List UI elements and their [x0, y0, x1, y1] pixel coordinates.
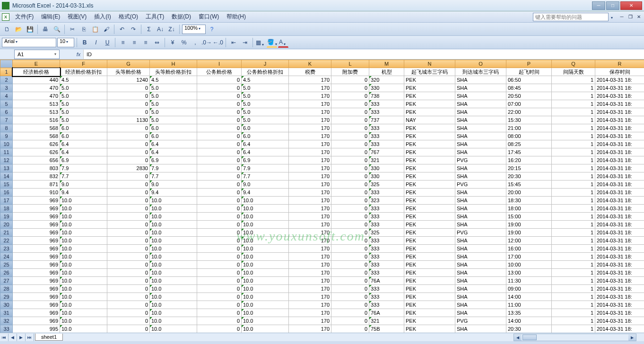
- open-icon[interactable]: 📂: [13, 24, 24, 34]
- cell[interactable]: PEK: [404, 84, 455, 92]
- row-header[interactable]: 33: [0, 325, 13, 333]
- cell[interactable]: 6.4: [242, 140, 289, 148]
- cell[interactable]: PEK: [404, 100, 455, 108]
- cell[interactable]: 6.0: [242, 132, 289, 140]
- cell[interactable]: 10.0: [150, 285, 197, 293]
- cell[interactable]: 9.0: [60, 181, 107, 189]
- row-header[interactable]: 13: [0, 164, 13, 172]
- cell[interactable]: 20:30: [506, 325, 552, 333]
- cell[interactable]: 1: [552, 140, 595, 148]
- cell[interactable]: 2014-03-31 18:: [595, 237, 644, 245]
- cell[interactable]: 2014-03-31 18:: [595, 189, 644, 197]
- cell[interactable]: SHA: [455, 301, 506, 309]
- cell[interactable]: PEK: [404, 229, 455, 237]
- row-header[interactable]: 16: [0, 189, 13, 197]
- cell[interactable]: 1: [552, 269, 595, 277]
- cell[interactable]: 170: [289, 213, 331, 221]
- cell[interactable]: 5.0: [60, 108, 107, 116]
- cell[interactable]: 10.0: [60, 245, 107, 253]
- cell[interactable]: 0: [197, 124, 242, 132]
- cell[interactable]: 5.0: [242, 116, 289, 124]
- cell[interactable]: 2014-03-31 18:: [595, 245, 644, 253]
- cell[interactable]: SHA: [455, 92, 506, 100]
- cell[interactable]: 626: [13, 148, 60, 156]
- row-header[interactable]: 29: [0, 293, 13, 301]
- cell[interactable]: 0: [331, 189, 369, 197]
- cell[interactable]: 0: [197, 172, 242, 181]
- cell[interactable]: 0: [331, 172, 369, 181]
- row-header[interactable]: 25: [0, 261, 13, 269]
- cell[interactable]: SHA: [455, 100, 506, 108]
- cell[interactable]: 0: [107, 132, 150, 140]
- cell[interactable]: 10.0: [150, 301, 197, 309]
- cell[interactable]: 969: [13, 277, 60, 285]
- cell[interactable]: SHA: [455, 269, 506, 277]
- row-header[interactable]: 22: [0, 237, 13, 245]
- header-cell[interactable]: 机型: [369, 68, 404, 76]
- cell[interactable]: 333: [369, 100, 404, 108]
- cell[interactable]: 0: [107, 124, 150, 132]
- cell[interactable]: 170: [289, 293, 331, 301]
- menu-3[interactable]: 插入(I): [90, 12, 114, 21]
- cell[interactable]: 969: [13, 229, 60, 237]
- cell[interactable]: 10.0: [242, 245, 289, 253]
- cell[interactable]: 2014-03-31 18:: [595, 140, 644, 148]
- row-header[interactable]: 11: [0, 148, 13, 156]
- cell[interactable]: 0: [107, 197, 150, 205]
- cell[interactable]: 0: [107, 229, 150, 237]
- cell[interactable]: 0: [197, 197, 242, 205]
- cell[interactable]: 0: [107, 205, 150, 213]
- cell[interactable]: 440: [13, 76, 60, 84]
- cell[interactable]: 6.9: [60, 156, 107, 164]
- cell[interactable]: 10.0: [242, 253, 289, 261]
- cell[interactable]: PEK: [404, 172, 455, 181]
- col-header-K[interactable]: K: [289, 60, 331, 68]
- cell[interactable]: 470: [13, 84, 60, 92]
- cell[interactable]: PEK: [404, 197, 455, 205]
- row-header[interactable]: 30: [0, 301, 13, 309]
- cell[interactable]: 969: [13, 269, 60, 277]
- cell[interactable]: 333: [369, 245, 404, 253]
- cell[interactable]: PEK: [404, 293, 455, 301]
- cell[interactable]: 170: [289, 269, 331, 277]
- cell[interactable]: SHA: [455, 221, 506, 229]
- cell[interactable]: PEK: [404, 277, 455, 285]
- row-header[interactable]: 17: [0, 197, 13, 205]
- cell[interactable]: 10.0: [150, 253, 197, 261]
- print-icon[interactable]: 🖶: [40, 24, 51, 34]
- cell[interactable]: 76A: [369, 309, 404, 317]
- cell[interactable]: 0: [107, 92, 150, 100]
- cell[interactable]: 0: [107, 261, 150, 269]
- menu-1[interactable]: 编辑(E): [37, 12, 64, 21]
- cell[interactable]: PEK: [404, 269, 455, 277]
- cell[interactable]: 2014-03-31 18:: [595, 261, 644, 269]
- cell[interactable]: 7.9: [242, 164, 289, 172]
- sort-asc-icon[interactable]: A↓: [155, 24, 165, 34]
- cell[interactable]: 2014-03-31 18:: [595, 92, 644, 100]
- cell[interactable]: 16:20: [506, 156, 552, 164]
- header-cell[interactable]: 公务舱价格折扣: [242, 68, 289, 76]
- cell[interactable]: 170: [289, 229, 331, 237]
- cell[interactable]: 10.0: [242, 205, 289, 213]
- cell[interactable]: 0: [197, 205, 242, 213]
- cell[interactable]: 0: [107, 285, 150, 293]
- cell[interactable]: 0: [331, 325, 369, 333]
- cell[interactable]: SHA: [455, 261, 506, 269]
- cell[interactable]: 330: [369, 164, 404, 172]
- cell[interactable]: 08:45: [506, 84, 552, 92]
- menu-2[interactable]: 视图(V): [64, 12, 90, 21]
- cell[interactable]: 5.0: [150, 84, 197, 92]
- cell[interactable]: PEK: [404, 221, 455, 229]
- cell[interactable]: 0: [331, 116, 369, 124]
- tab-nav-first[interactable]: ⏮: [0, 334, 9, 341]
- header-cell[interactable]: 起飞城市三字码: [404, 68, 455, 76]
- cell[interactable]: 10.0: [60, 325, 107, 333]
- cell[interactable]: 170: [289, 309, 331, 317]
- cell[interactable]: 0: [331, 301, 369, 309]
- cell[interactable]: 0: [107, 317, 150, 325]
- cell[interactable]: SHA: [455, 285, 506, 293]
- cell[interactable]: 0: [331, 156, 369, 164]
- cell[interactable]: 2014-03-31 18:: [595, 229, 644, 237]
- cell[interactable]: 13:35: [506, 309, 552, 317]
- menu-7[interactable]: 窗口(W): [195, 12, 223, 21]
